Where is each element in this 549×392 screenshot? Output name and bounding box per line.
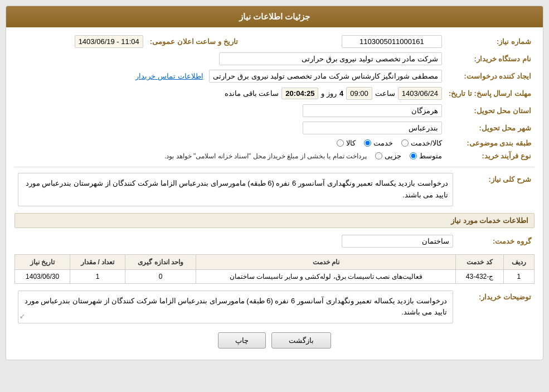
col-header-date: تاریخ نیاز (15, 254, 70, 269)
creator-label: ایجاد کننده درخواست: (445, 67, 535, 85)
deadline-remaining-label: ساعت باقی مانده (225, 89, 279, 98)
city-label: شهر محل تحویل: (445, 119, 535, 137)
service-group-label: گروه خدمت: (456, 233, 535, 250)
province-label: استان محل تحویل: (445, 102, 535, 119)
deadline-days: 4 (339, 89, 343, 98)
category-option-kala[interactable]: کالا (337, 139, 356, 147)
cell-row: 1 (503, 269, 534, 283)
purchase-type-jozii[interactable]: جزیی (375, 152, 401, 160)
deadline-days-label: روز و (321, 89, 337, 98)
cell-unit: 0 (125, 269, 196, 283)
purchase-type-motavasset[interactable]: متوسط (410, 152, 442, 160)
need-number-label: شماره نیاز: (445, 33, 535, 50)
buyer-desc-label: توضیحات خریدار: (456, 288, 535, 326)
cell-code: ج-432-43 (456, 269, 503, 283)
cell-name: فعالیت‌های نصب تاسیسات برق، لوله‌کشی و س… (196, 269, 456, 283)
purchase-type-label: نوع فرآیند خرید: (445, 149, 535, 162)
buyer-desc: درخواست بازدید یکساله تعمیر ونگهداری آسا… (18, 291, 453, 324)
deadline-date: 1403/06/24 (398, 87, 442, 100)
requester-value: شرکت مادر تخصصی تولید نیروی برق حرارتی (219, 52, 442, 65)
requester-label: نام دستگاه خریدار: (445, 50, 535, 67)
cell-quantity: 1 (70, 269, 125, 283)
table-row: 1 ج-432-43 فعالیت‌های نصب تاسیسات برق، ل… (15, 269, 535, 283)
col-header-code: کد خدمت (456, 254, 503, 269)
need-number-value: 1103005011000161 (342, 35, 442, 48)
category-option-khedmat[interactable]: خدمت (364, 139, 393, 147)
print-button[interactable]: چاپ (218, 332, 266, 349)
deadline-time-label: ساعت (375, 89, 395, 98)
category-option-kala-khedmat[interactable]: کالا/خدمت (401, 139, 442, 147)
general-desc-label: شرح کلی نیاز: (456, 171, 535, 209)
purchase-type-note: پرداخت تمام یا بخشی از مبلغ خریداز محل "… (164, 152, 367, 160)
contact-link[interactable]: اطلاعات تماس خریدار (135, 72, 203, 80)
page-header: جزئیات اطلاعات نیاز (6, 6, 543, 27)
deadline-label: مهلت ارسال پاسخ: تا تاریخ: (445, 85, 535, 102)
service-group-value: ساختمان (342, 235, 453, 248)
col-header-quantity: تعداد / مقدار (70, 254, 125, 269)
announcement-value: 1403/06/19 - 11:04 (75, 35, 143, 48)
creator-value: مصطفی شورانگیز کارشناس شرکت مادر تخصصی ت… (209, 70, 442, 83)
deadline-time: 09:00 (346, 87, 372, 100)
cell-date: 1403/06/30 (15, 269, 70, 283)
announcement-label: تاریخ و ساعت اعلان عمومی: (147, 33, 241, 50)
general-desc: درخواست بازدید یکساله تعمیر ونگهداری آسا… (18, 173, 453, 206)
services-section-title: اطلاعات خدمات مورد نیاز (14, 213, 535, 228)
services-table: ردیف کد خدمت نام خدمت واحد اندازه گیری ت… (14, 254, 535, 284)
col-header-row: ردیف (503, 254, 534, 269)
col-header-name: نام خدمت (196, 254, 456, 269)
page-title: جزئیات اطلاعات نیاز (239, 12, 310, 21)
category-label: طبقه بندی موضوعی: (445, 137, 535, 149)
city-value: بندرعباس (303, 122, 442, 134)
col-header-unit: واحد اندازه گیری (125, 254, 196, 269)
province-value: هرمزگان (303, 104, 442, 117)
deadline-remaining: 20:04:25 (281, 88, 318, 99)
back-button[interactable]: بازگشت (271, 332, 331, 349)
